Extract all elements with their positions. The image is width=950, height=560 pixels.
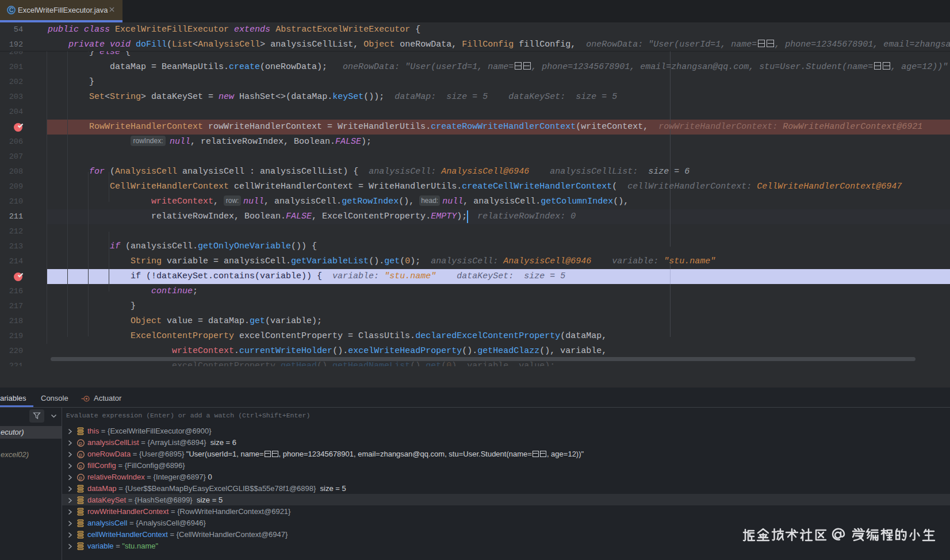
svg-text:p: p [79, 462, 82, 469]
svg-text:p: p [79, 474, 82, 480]
svg-text:p: p [79, 451, 82, 457]
svg-text:C: C [9, 7, 13, 13]
svg-text:p: p [79, 439, 82, 446]
